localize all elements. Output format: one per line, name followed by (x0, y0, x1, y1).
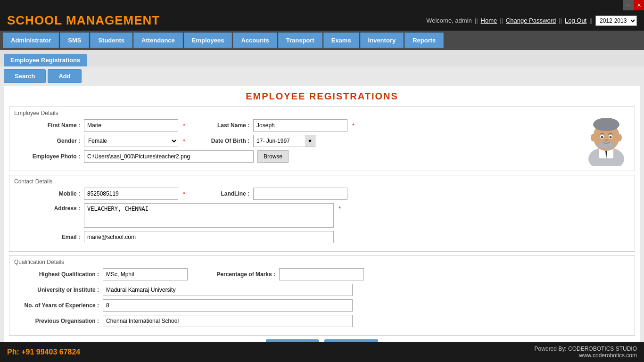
sep4: || (589, 17, 593, 24)
svg-point-10 (601, 136, 603, 139)
contact-details-section: Contact Details Mobile : * LandLine : Ad… (9, 175, 635, 252)
change-password-link[interactable]: Change Password (506, 17, 556, 24)
nav-employees[interactable]: Employees (184, 33, 232, 48)
last-name-required: * (352, 122, 355, 129)
experience-row: No. of Years of Experience : (14, 299, 630, 312)
address-label: Address : (14, 205, 80, 212)
gender-dob-row: Gender : Female Male Other * Date Of Bir… (14, 135, 630, 147)
experience-input[interactable] (103, 299, 353, 312)
percentage-input[interactable] (279, 268, 364, 280)
address-textarea[interactable]: VELACHERY, CHENNAI (84, 203, 334, 228)
app-title: SCHOOL MANAGEMENT (7, 13, 160, 28)
nav-accounts[interactable]: Accounts (233, 33, 277, 48)
address-required: * (339, 205, 341, 212)
photo-path-input[interactable] (84, 150, 254, 163)
svg-point-11 (610, 136, 612, 139)
nav-transport[interactable]: Transport (278, 33, 322, 48)
first-name-label: First Name : (14, 122, 80, 129)
browse-button[interactable]: Browse (257, 150, 289, 163)
university-input[interactable] (103, 284, 353, 296)
prev-org-label: Previous Organisation : (14, 318, 99, 324)
qualification-row: Highest Qualification : Percentage of Ma… (14, 268, 630, 280)
search-button[interactable]: Search (4, 69, 46, 83)
mobile-required: * (183, 190, 185, 197)
landline-input[interactable] (253, 188, 347, 200)
prev-org-input[interactable] (103, 315, 353, 327)
sep2: || (500, 17, 503, 24)
first-name-input[interactable] (84, 119, 178, 132)
address-row: Address : VELACHERY, CHENNAI * (14, 203, 630, 228)
calendar-button[interactable]: ▼ (305, 135, 315, 147)
university-row: University or Institute : (14, 284, 630, 296)
footer: Ph: +91 99403 67824 Powered By: CODEROBO… (0, 342, 644, 362)
nav-inventory[interactable]: Inventory (360, 33, 404, 48)
name-row: First Name : * Last Name : * (14, 119, 630, 132)
landline-label: LandLine : (207, 190, 249, 197)
navigation-bar: Administrator SMS Students Attendance Em… (0, 31, 644, 50)
highest-qual-label: Highest Qualification : (14, 271, 99, 278)
nav-exams[interactable]: Exams (323, 33, 359, 48)
experience-label: No. of Years of Experience : (14, 302, 99, 309)
email-label: Email : (14, 234, 80, 240)
prev-org-row: Previous Organisation : (14, 315, 630, 327)
svg-point-6 (591, 134, 595, 141)
powered-by: Powered By: CODEROBOTICS STUDIO (535, 346, 637, 352)
mobile-label: Mobile : (14, 190, 80, 197)
header-right: Welcome, admin || Home || Change Passwor… (426, 16, 637, 26)
nav-attendance[interactable]: Attendance (133, 33, 183, 48)
employee-details-section: Employee Details (9, 107, 635, 171)
mobile-row: Mobile : * LandLine : (14, 188, 630, 200)
gender-select[interactable]: Female Male Other (84, 135, 178, 147)
percentage-label: Percentage of Marks : (205, 271, 275, 278)
nav-administrator[interactable]: Administrator (3, 33, 59, 48)
footer-right: Powered By: CODEROBOTICS STUDIO www.code… (535, 346, 637, 359)
svg-point-7 (617, 134, 622, 141)
last-name-label: Last Name : (207, 122, 249, 129)
footer-phone: Ph: +91 99403 67824 (7, 348, 80, 356)
dob-label: Date Of Birth : (207, 138, 249, 144)
svg-point-5 (593, 118, 619, 131)
employee-details-legend: Employee Details (14, 110, 630, 116)
first-name-required: * (183, 122, 185, 129)
highest-qual-input[interactable] (103, 268, 188, 280)
home-link[interactable]: Home (481, 17, 497, 24)
nav-sms[interactable]: SMS (60, 33, 89, 48)
dob-input[interactable] (253, 135, 305, 147)
email-input[interactable] (84, 231, 334, 243)
website-link[interactable]: www.coderobotics.com (579, 352, 637, 359)
welcome-text: Welcome, admin (426, 17, 472, 24)
gender-required: * (183, 138, 185, 145)
qualification-details-legend: Qualification Details (14, 259, 630, 265)
university-label: University or Institute : (14, 287, 99, 293)
add-button[interactable]: Add (48, 69, 81, 83)
close-button[interactable]: ✕ (634, 0, 644, 10)
sep1: || (475, 17, 478, 24)
nav-students[interactable]: Students (90, 33, 132, 48)
qualification-details-section: Qualification Details Highest Qualificat… (9, 255, 635, 336)
page-title: EMPLOYEE REGISTRATIONS (9, 91, 635, 102)
mobile-input[interactable] (84, 188, 178, 200)
photo-row: Employee Photo : Browse (14, 150, 630, 163)
dob-wrapper: ▼ (253, 135, 315, 147)
photo-label: Employee Photo : (14, 153, 80, 160)
email-row: Email : (14, 231, 630, 243)
nav-reports[interactable]: Reports (405, 33, 444, 48)
gender-label: Gender : (14, 138, 80, 144)
employee-avatar (585, 114, 627, 166)
last-name-input[interactable] (253, 119, 347, 132)
year-selector[interactable]: 2012-2013 2013-2014 (595, 16, 637, 26)
svg-point-13 (598, 141, 615, 149)
tab-employee-registrations[interactable]: Employee Registrations (4, 54, 87, 66)
minimize-button[interactable]: – (623, 0, 634, 10)
contact-details-legend: Contact Details (14, 178, 630, 185)
sep3: || (559, 17, 562, 24)
logout-link[interactable]: Log Out (565, 17, 586, 24)
